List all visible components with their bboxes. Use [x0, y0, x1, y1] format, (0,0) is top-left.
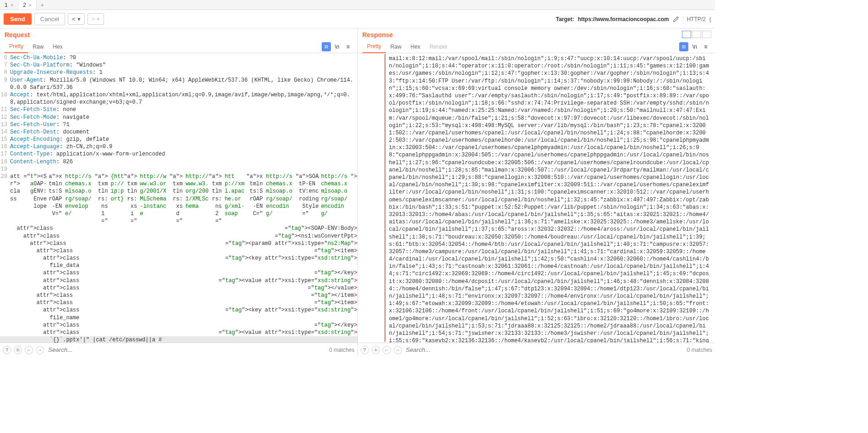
request-title: Request: [0, 28, 357, 40]
target-label: Target:: [556, 16, 574, 22]
prev-match-icon[interactable]: ←: [383, 346, 391, 354]
edit-target-icon[interactable]: [673, 16, 679, 22]
layout-single-icon[interactable]: [702, 31, 711, 38]
subtab-pretty[interactable]: Pretty: [5, 40, 28, 53]
svg-point-1: [375, 349, 376, 350]
prev-button[interactable]: < ▾: [68, 13, 85, 25]
toggle-view-icon[interactable]: [322, 42, 331, 51]
svg-point-0: [17, 349, 19, 350]
gear-icon[interactable]: [14, 346, 22, 354]
response-body[interactable]: mail:x:8:12:mail:/var/spool/mail:/sbin/n…: [358, 53, 715, 343]
help-icon[interactable]: ?: [361, 346, 369, 354]
response-panel: Response Pretty Raw Hex Render \n ≡ mail…: [358, 28, 715, 356]
subtab-pretty[interactable]: Pretty: [363, 40, 386, 53]
tab-2[interactable]: 2×: [18, 0, 37, 10]
request-body[interactable]: 6Sec-Ch-Ua-Mobile: ?07Sec-Ch-Ua-Platform…: [0, 53, 357, 343]
layout-rows-icon[interactable]: [692, 31, 701, 38]
layout-columns-icon[interactable]: [682, 31, 691, 38]
gear-icon[interactable]: [372, 346, 380, 354]
prev-match-icon[interactable]: ←: [25, 346, 33, 354]
http-version[interactable]: HTTP/2: [683, 16, 706, 22]
subtab-raw[interactable]: Raw: [386, 41, 406, 53]
response-title: Response: [358, 28, 398, 40]
response-footer: ? ← → 0 matches: [358, 343, 715, 356]
tab-1[interactable]: 1×: [0, 0, 18, 10]
add-tab-button[interactable]: +: [37, 0, 48, 10]
request-panel: Request Pretty Raw Hex \n ≡ 6Sec-Ch-Ua-M…: [0, 28, 358, 356]
menu-icon[interactable]: ≡: [344, 42, 353, 51]
toolbar: Send Cancel < ▾ > ▾ Target: https://www.…: [0, 10, 715, 28]
search-input[interactable]: [405, 345, 684, 355]
search-input[interactable]: [47, 345, 326, 355]
next-button[interactable]: > ▾: [88, 13, 104, 25]
match-count: 0 matches: [329, 347, 354, 353]
settings-icon[interactable]: (: [709, 16, 711, 22]
menu-icon[interactable]: ≡: [701, 42, 710, 51]
newline-icon[interactable]: \n: [690, 42, 699, 51]
subtab-hex[interactable]: Hex: [48, 41, 67, 53]
next-match-icon[interactable]: →: [36, 346, 44, 354]
newline-icon[interactable]: \n: [333, 42, 342, 51]
subtab-raw[interactable]: Raw: [28, 41, 48, 53]
help-icon[interactable]: ?: [3, 346, 11, 354]
cancel-button[interactable]: Cancel: [34, 13, 66, 25]
subtab-render[interactable]: Render: [425, 41, 452, 53]
send-button[interactable]: Send: [4, 13, 32, 25]
match-count: 0 matches: [687, 347, 712, 353]
toggle-view-icon[interactable]: [679, 42, 688, 51]
target-url: https://www.formacioncoopac.com: [578, 16, 669, 22]
tab-bar: 1× 2× +: [0, 0, 715, 10]
request-footer: ? ← → 0 matches: [0, 343, 357, 356]
subtab-hex[interactable]: Hex: [406, 41, 425, 53]
close-icon[interactable]: ×: [11, 2, 13, 8]
close-icon[interactable]: ×: [29, 2, 32, 8]
next-match-icon[interactable]: →: [394, 346, 402, 354]
